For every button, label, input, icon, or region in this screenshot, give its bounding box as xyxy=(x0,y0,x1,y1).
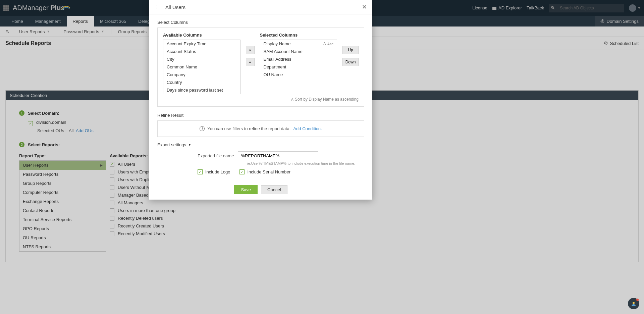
add-condition-link[interactable]: Add Condition. xyxy=(293,126,322,131)
close-icon[interactable]: ✕ xyxy=(362,3,367,11)
modal-header: ⋮⋮ All Users ✕ xyxy=(149,0,372,14)
drag-handle-icon[interactable]: ⋮⋮ xyxy=(155,4,163,10)
refine-section: Refine Result i You can use filters to r… xyxy=(157,113,364,137)
chevron-down-icon: ▼ xyxy=(188,143,191,147)
available-column-item[interactable]: Company xyxy=(163,71,240,78)
exported-filename-label: Exported file name xyxy=(198,153,234,158)
refine-box: i You can use filters to refine the repo… xyxy=(157,120,364,137)
svg-point-1 xyxy=(633,302,635,304)
include-logo-checkbox[interactable]: ✓Include Logo xyxy=(198,169,230,174)
chevron-up-icon: ᐱ xyxy=(323,42,326,46)
all-users-modal: ⋮⋮ All Users ✕ Select Columns Available … xyxy=(149,0,372,200)
available-column-item[interactable]: Common Name xyxy=(163,63,240,71)
chevron-up-icon: ᐱ xyxy=(291,98,293,101)
sort-summary[interactable]: ᐱSort by Display Name as ascending xyxy=(163,97,359,102)
export-settings-toggle[interactable]: Export settings ▼ xyxy=(157,142,364,147)
available-column-item[interactable]: Country xyxy=(163,78,240,86)
available-column-item[interactable]: Days since password last set xyxy=(163,86,240,94)
modal-footer: Save Cancel xyxy=(149,180,372,200)
sort-indicator[interactable]: ᐱ Asc xyxy=(323,42,333,46)
include-serial-checkbox[interactable]: ✓Include Serial Number xyxy=(239,169,290,174)
selected-column-item[interactable]: SAM Account Name xyxy=(260,48,337,55)
mover-buttons: » « xyxy=(246,33,255,66)
columns-box: Available Columns Account Expiry TimeAcc… xyxy=(157,28,364,107)
available-columns-list[interactable]: Account Expiry TimeAccount StatusCityCom… xyxy=(163,40,240,94)
selected-column-item[interactable]: Display Nameᐱ Asc xyxy=(260,40,337,48)
info-icon: i xyxy=(200,126,205,131)
selected-column-item[interactable]: Department xyxy=(260,63,337,71)
available-column-item[interactable]: City xyxy=(163,55,240,63)
available-column-item[interactable]: Account Status xyxy=(163,48,240,55)
reorder-buttons: Up Down xyxy=(342,33,359,66)
modal-title: All Users xyxy=(165,4,185,10)
move-up-button[interactable]: Up xyxy=(342,46,359,54)
selected-columns-list[interactable]: Display Nameᐱ AscSAM Account NameEmail A… xyxy=(260,40,337,94)
selected-columns-heading: Selected Columns xyxy=(260,33,337,38)
move-right-button[interactable]: » xyxy=(246,46,255,54)
available-columns-heading: Available Columns xyxy=(163,33,240,38)
available-column-item[interactable]: Account Expiry Time xyxy=(163,40,240,48)
move-left-button[interactable]: « xyxy=(246,58,255,66)
exported-filename-input[interactable] xyxy=(238,151,318,160)
export-section: Export settings ▼ Exported file name ie.… xyxy=(157,142,364,174)
filename-hint: ie.Use %TIMESTAMP% to include execution … xyxy=(247,161,364,165)
help-chat-icon[interactable] xyxy=(628,298,639,309)
select-columns-label: Select Columns xyxy=(157,20,364,25)
move-down-button[interactable]: Down xyxy=(342,58,359,66)
selected-column-item[interactable]: OU Name xyxy=(260,71,337,78)
cancel-button[interactable]: Cancel xyxy=(261,185,287,194)
selected-column-item[interactable]: Email Address xyxy=(260,55,337,63)
save-button[interactable]: Save xyxy=(234,185,258,194)
